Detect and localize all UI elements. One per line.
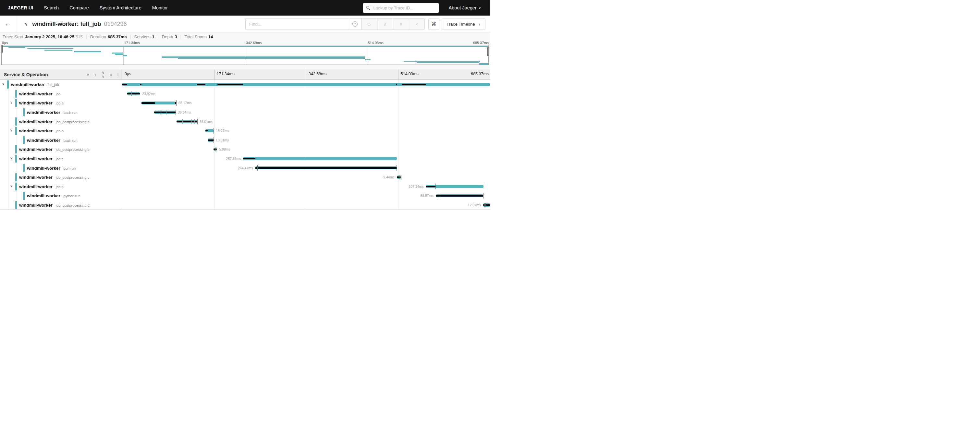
span-timeline-cell[interactable]: 264.47ms [122,163,490,173]
span-timeline-cell[interactable]: 5.88ms [122,145,490,154]
minimap-span-bar [8,47,25,48]
span-row-job-postprocessing-d[interactable]: windmill-workerjob_postprocessing d12.07… [0,200,490,210]
span-name-cell[interactable]: windmill-workerpython run [0,191,122,200]
service-accent-bar [15,145,17,153]
indent-guide [8,182,9,191]
span-bar[interactable] [243,157,396,160]
span-timeline-cell[interactable]: 9.44ms [122,173,490,182]
span-timeline-cell[interactable]: 10.51ms [122,135,490,145]
span-name-cell[interactable]: windmill-workerjob_postprocessing d [0,200,122,210]
nav-item-compare[interactable]: Compare [70,5,89,10]
row-expand-chevron-icon[interactable]: ∨ [2,82,5,86]
indent-guide [16,163,17,173]
timeline-gridline [214,182,215,191]
span-row-job[interactable]: windmill-workerjob23.92ms [0,89,490,99]
span-timeline-cell[interactable]: 12.07ms [122,200,490,210]
service-operation-header: Service & Operation ∨ › ∨∨ » [0,69,122,80]
minimap-left-handle[interactable] [2,45,3,52]
span-name-cell[interactable]: windmill-workerbash run [0,135,122,145]
span-row-job-c[interactable]: ∨windmill-workerjob c287.36ms [0,154,490,164]
timeline-minimap[interactable] [1,45,489,65]
minimap-span-bar [479,63,488,64]
span-name-cell[interactable]: windmill-workerjob_postprocessing b [0,145,122,154]
find-placeholder: Find... [249,22,262,27]
span-timeline-cell[interactable]: 107.14ms [122,182,490,191]
span-row-full-job[interactable]: ∨windmill-workerfull_job [0,80,490,89]
find-prev-button[interactable]: ∧ [377,18,393,30]
nav-item-system-architecture[interactable]: System Architecture [100,5,142,10]
minimap-right-handle[interactable] [487,48,488,56]
timeline-tick-label: 171.34ms [217,72,235,76]
span-row-job-b[interactable]: ∨windmill-workerjob b15.27ms [0,126,490,135]
trace-collapse-chevron-icon[interactable]: ∨ [25,22,28,27]
span-name-cell[interactable]: ∨windmill-workerjob c [0,154,122,164]
span-timeline-cell[interactable] [122,80,490,89]
jaeger-trace-page: JAEGER UI Search Compare System Architec… [0,0,490,212]
chevron-down-icon: ∨ [479,6,481,10]
critical-path-segment [197,84,205,85]
find-clear-button[interactable]: × [409,18,425,30]
timeline-tick-label: 342.69ms [309,72,326,76]
minimap-tick-label: 514.03ms [368,41,383,45]
span-row-bun-run[interactable]: windmill-workerbun run264.47ms [0,163,490,173]
span-row-python-run[interactable]: windmill-workerpython run88.57ms [0,191,490,200]
span-row-job-postprocessing-b[interactable]: windmill-workerjob_postprocessing b5.88m… [0,145,490,154]
span-name-cell[interactable]: windmill-workerbun run [0,163,122,173]
row-expand-chevron-icon[interactable]: ∨ [10,156,13,161]
service-name: windmill-workerfull_job [11,82,59,87]
service-name: windmill-workerjob b [19,129,64,133]
jaeger-logo[interactable]: JAEGER UI [8,5,33,10]
trace-lookup-input[interactable]: Lookup by Trace ID... [363,3,439,13]
span-timeline-cell[interactable]: 23.92ms [122,89,490,99]
service-accent-bar [15,99,17,107]
indent-guide [8,117,9,126]
span-row-bash-run[interactable]: windmill-workerbash run39.34ms [0,108,490,117]
row-expand-chevron-icon[interactable]: ∨ [10,129,13,133]
span-row-job-a[interactable]: ∨windmill-workerjob a65.17ms [0,98,490,108]
span-name-cell[interactable]: ∨windmill-workerjob d [0,182,122,191]
span-name-cell[interactable]: windmill-workerjob [0,89,122,99]
timeline-gridline [214,69,215,80]
row-expand-chevron-icon[interactable]: ∨ [10,100,13,105]
expand-one-icon[interactable]: › [95,73,96,76]
span-name-cell[interactable]: ∨windmill-workerjob b [0,126,122,135]
expand-all-icon[interactable]: » [110,73,112,76]
indent-guide [8,200,9,210]
log-marker [216,147,216,151]
span-timeline-cell[interactable]: 65.17ms [122,98,490,108]
span-name-cell[interactable]: windmill-workerbash run [0,108,122,117]
minimap-tick-label: 171.34ms [124,41,140,45]
nav-item-search[interactable]: Search [44,5,59,10]
back-button[interactable]: ← [0,16,16,32]
row-expand-chevron-icon[interactable]: ∨ [10,184,13,188]
view-selector-button[interactable]: Trace Timeline ∨ [442,18,485,30]
operation-name: bun run [64,166,76,170]
span-row-job-postprocessing-a[interactable]: windmill-workerjob_postprocessing a38.01… [0,117,490,126]
span-name-cell[interactable]: windmill-workerjob_postprocessing a [0,117,122,126]
duration-label: Duration [90,34,106,39]
span-name-cell[interactable]: ∨windmill-workerjob a [0,98,122,108]
span-timeline-cell[interactable]: 38.01ms [122,117,490,126]
span-bar[interactable] [122,83,490,86]
span-row-job-postprocessing-c[interactable]: windmill-workerjob_postprocessing c9.44m… [0,173,490,182]
column-resize-handle[interactable] [117,73,118,76]
service-name: windmill-workerjob_postprocessing d [19,203,89,208]
span-timeline-cell[interactable]: 88.57ms [122,191,490,200]
find-input[interactable]: Find... [245,18,349,30]
span-timeline-cell[interactable]: 287.36ms [122,154,490,164]
span-timeline-cell[interactable]: 15.27ms [122,126,490,135]
span-timeline-cell[interactable]: 39.34ms [122,108,490,117]
nav-item-monitor[interactable]: Monitor [152,5,168,10]
about-jaeger-menu[interactable]: About Jaeger ∨ [449,5,481,10]
collapse-all-icon[interactable]: ∨∨ [102,71,105,78]
find-next-button[interactable]: ∨ [393,18,409,30]
find-focus-button[interactable]: ◇ [361,18,377,30]
span-row-job-d[interactable]: ∨windmill-workerjob d107.14ms [0,182,490,191]
minimap-gridline [245,45,245,65]
span-row-bash-run[interactable]: windmill-workerbash run10.51ms [0,135,490,145]
collapse-one-icon[interactable]: ∨ [87,73,89,76]
keyboard-shortcuts-button[interactable]: ⌘ [428,18,439,30]
span-name-cell[interactable]: windmill-workerjob_postprocessing c [0,173,122,182]
span-name-cell[interactable]: ∨windmill-workerfull_job [0,80,122,89]
find-help-button[interactable]: ? [349,18,361,30]
